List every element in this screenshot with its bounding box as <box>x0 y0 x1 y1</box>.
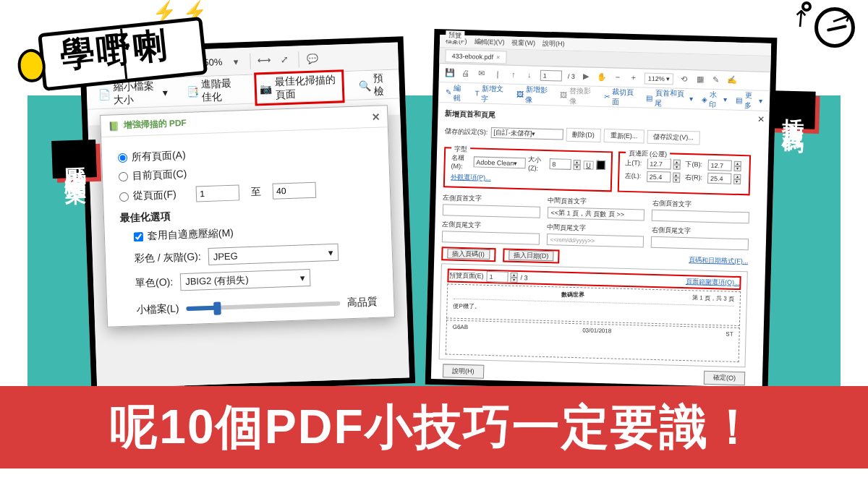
crop-cmd[interactable]: ✂ 裁切頁面 <box>603 87 637 108</box>
close-pane-icon[interactable]: ✕ <box>757 114 765 124</box>
highlight-icon[interactable]: ✎ <box>711 74 721 85</box>
insert-date-button[interactable]: 插入日期(D) <box>503 248 560 263</box>
layout-icon[interactable]: ▦ <box>695 74 705 85</box>
saved-settings-select[interactable]: [自訂-未儲存] ▾ <box>490 127 563 140</box>
screenshot-header-footer: 檔案(F)編輯(E)(V)視窗(W)說明(H) 433-ebook.pdf × … <box>425 29 778 393</box>
header-preview: 數碼世界第 1 頁，共 3 頁 便P機了。 <box>446 283 741 326</box>
mail-icon[interactable]: ✉ <box>477 69 487 79</box>
quality-slider[interactable] <box>186 301 340 311</box>
screenshot-compress: ‹ / 40 › − + 50% ▾ ⟷ ⤢ 💬 📄 縮小檔案大小 ▾ 📑 進階… <box>80 36 415 394</box>
scan-icon: 📗 <box>108 121 119 132</box>
page-total: / 3 <box>568 72 575 80</box>
right-footer-input[interactable] <box>651 236 749 251</box>
radio-from-page[interactable]: 從頁面(F) 至 <box>119 180 375 205</box>
add-image-cmd[interactable]: 🖼 新增影像 <box>516 84 551 105</box>
page-input[interactable]: 1 <box>540 70 562 82</box>
preview-page-input[interactable]: 1 <box>486 271 508 283</box>
appearance-options-link[interactable]: 外觀選項(P)... <box>451 174 491 181</box>
insert-page-number-button[interactable]: 插入頁碼(I) <box>441 247 495 262</box>
save-preset-button[interactable]: 儲存設定(V)... <box>647 130 700 145</box>
margin-top-input[interactable]: 12.7 <box>647 158 671 170</box>
to-page-input[interactable] <box>273 182 317 200</box>
margin-bottom-input[interactable]: 12.7 <box>707 160 731 171</box>
close-tab-icon[interactable]: × <box>496 53 501 61</box>
headline-banner: 呢10個PDF小技巧一定要識！ <box>0 386 868 468</box>
high-quality-label: 高品質 <box>347 296 378 309</box>
font-size-spinner[interactable]: ▴▾ <box>573 159 580 169</box>
font-size-input[interactable]: 8 <box>549 158 571 170</box>
delete-preset-button[interactable]: 刪除(D) <box>566 128 601 142</box>
page-up-icon[interactable]: ↑ <box>509 69 519 80</box>
hand-icon[interactable]: ✋ <box>597 72 607 82</box>
rotate-icon[interactable]: ⟲ <box>679 74 689 84</box>
radio-current-page[interactable]: 目前頁面(C) <box>119 161 373 183</box>
watermark-cmd[interactable]: ◈ 水印 ▾ <box>701 89 727 110</box>
mono-mode-label: 單色(O): <box>135 276 174 291</box>
center-footer-input[interactable]: <<mm/dd/yyyy>> <box>546 234 644 248</box>
font-name-select[interactable]: Adobe Clean ▾ <box>473 156 525 168</box>
preview-group: 預覽 預覽頁面(E) 1 ▴▾ / 3 頁面範圍選項(O)... 數碼世界第 1… <box>439 263 748 367</box>
right-header-input[interactable] <box>652 210 749 224</box>
font-color-swatch[interactable] <box>597 160 605 170</box>
sign-icon[interactable]: ✍ <box>727 75 737 85</box>
add-text-cmd[interactable]: T 新增文字 <box>475 83 508 104</box>
brand-doodle: ↗ ↗ <box>814 7 855 48</box>
underline-icon[interactable]: U <box>583 160 594 169</box>
header-footer-pane: 新增頁首和頁尾 ✕ 儲存的設定(S): [自訂-未儲存] ▾ 刪除(D) 重新(… <box>431 103 770 390</box>
file-tab[interactable]: 433-ebook.pdf × <box>445 49 506 64</box>
tag-compress: 壓縮檔案 <box>51 140 97 179</box>
close-icon[interactable]: ✕ <box>371 111 380 122</box>
zoom-in-icon[interactable]: + <box>629 72 639 82</box>
mono-mode-select[interactable]: JBIG2 (有損失)▾ <box>180 269 311 291</box>
footer-preview: G6AB03/01/2018ST <box>446 320 740 362</box>
adaptive-compression-checkbox[interactable]: 套用自適應壓縮(M) <box>134 222 375 244</box>
header-footer-cmd[interactable]: ▤ 頁首和頁尾 ▾ <box>646 87 693 109</box>
optimize-options-header: 最佳化選項 <box>120 203 375 225</box>
from-page-input[interactable] <box>196 184 240 202</box>
margin-left-input[interactable]: 25.4 <box>647 171 671 183</box>
header-text-grid: 左側頁首文字 中間頁首文字<<第 1 頁，共 頁數 頁 >> 右側頁首文字 左側… <box>442 193 750 250</box>
comment-icon[interactable]: 💬 <box>306 52 320 66</box>
zoom-out-icon[interactable]: − <box>613 72 623 82</box>
print-icon[interactable]: 🖨 <box>461 68 471 78</box>
save-icon[interactable]: 💾 <box>445 68 455 78</box>
radio-all-pages[interactable]: 所有頁面(A) <box>118 142 373 164</box>
replace-image-cmd: 🖼 替換影像 <box>560 85 595 106</box>
color-mode-select[interactable]: JPEG▾ <box>208 244 339 265</box>
chevron-down-icon: ▾ <box>328 247 333 257</box>
left-footer-input[interactable] <box>442 231 540 245</box>
rename-preset-button[interactable]: 重新(E)... <box>603 129 644 143</box>
cursor-icon[interactable]: ▶ <box>581 72 591 82</box>
center-header-input[interactable]: <<第 1 頁，共 頁數 頁 >> <box>547 207 644 221</box>
chevron-down-icon[interactable]: ▾ <box>229 55 243 69</box>
page-date-format-link[interactable]: 頁碼和日期格式(F)... <box>689 256 748 265</box>
zoom-level[interactable]: 112% ▾ <box>644 72 673 85</box>
margin-right-input[interactable]: 25.4 <box>707 173 731 184</box>
small-file-label: 小檔案(L) <box>136 302 179 317</box>
margin-group: 頁邊距 (公厘) 上(T):12.7▴▾ 下(B):12.7▴▾ 左(L):25… <box>617 152 751 196</box>
page-range-link[interactable]: 頁面範圍選項(O)... <box>686 278 740 286</box>
optimize-scanned-button[interactable]: 📷 最佳化掃描的頁面 <box>254 69 344 106</box>
font-group: 字型 名稱(M): Adobe Clean ▾ 大小(Z): 8▴▾ U 外觀選… <box>443 147 613 192</box>
help-button[interactable]: 說明(H) <box>443 364 484 378</box>
color-mode-label: 彩色 / 灰階(G): <box>135 250 201 265</box>
tag-insert-page-number: 插入頁碼 <box>770 90 815 129</box>
chevron-down-icon: ▾ <box>300 273 306 283</box>
left-header-input[interactable] <box>443 204 540 218</box>
ok-button[interactable]: 確定(O) <box>704 371 745 385</box>
page-down-icon[interactable]: ↓ <box>524 70 535 80</box>
preflight-button[interactable]: 🔍 預檢 <box>354 68 393 101</box>
more-cmd[interactable]: ▤ 更多 ▾ <box>736 90 762 111</box>
fit-width-icon[interactable]: ⟷ <box>258 53 271 67</box>
enhance-scanned-dialog: 📗 增強掃描的 PDF ✕ 所有頁面(A) 目前頁面(C) 從頁面(F) 至 最… <box>100 105 395 328</box>
edit-cmd[interactable]: ✎ 編輯 <box>446 82 467 103</box>
fit-page-icon[interactable]: ⤢ <box>278 53 292 67</box>
